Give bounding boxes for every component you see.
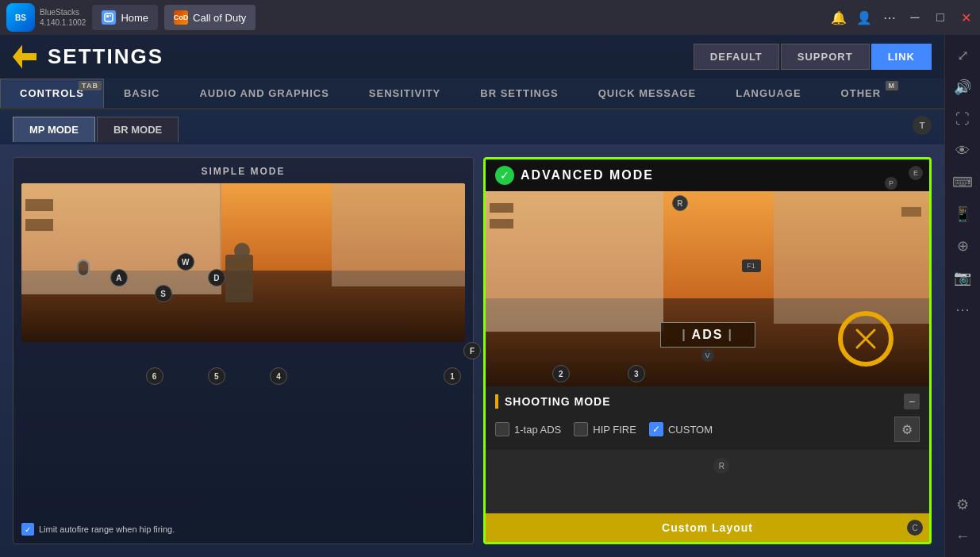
main-area: SETTINGS DEFAULT SUPPORT LINK CONTROLS T… [0, 35, 944, 557]
ads-bar: ADS [660, 322, 755, 348]
tab-bar: CONTROLS Tab BASIC AUDIO AND GRAPHICS SE… [0, 79, 944, 109]
link-button[interactable]: LINK [871, 44, 932, 70]
key-badge-6: 6 [146, 367, 163, 385]
home-tab-label: Home [121, 12, 148, 24]
label-hip-fire: HIP FIRE [593, 424, 636, 436]
sidebar-right: ⤢ 🔊 ⛶ 👁 ⌨ 📱 ⊕ 📷 ⋯ ⚙ ← [944, 35, 980, 557]
key-badge-4: 4 [270, 367, 287, 385]
minimize-button[interactable]: ─ [907, 10, 923, 25]
adv-key-2: 2 [552, 365, 570, 382]
shooting-options: 1-tap ADS HIP FIRE ✓ CUSTOM ⚙ [495, 417, 920, 442]
back-icon[interactable]: ← [948, 522, 977, 551]
custom-layout-button[interactable]: Custom Layout C [486, 513, 929, 542]
expand-icon[interactable]: ⤢ [948, 41, 977, 70]
title-bar: BS BlueStacks 4.140.1.1002 Home CoD Call… [0, 0, 980, 35]
settings-arrow-icon [13, 45, 37, 69]
close-button[interactable]: ✕ [958, 10, 974, 25]
key-badge-5: 5 [208, 367, 225, 385]
add-media-icon[interactable]: ⊕ [948, 232, 977, 260]
home-tab-icon [102, 10, 116, 25]
autofire-checkbox-area[interactable]: ✓ Limit autofire range when hip firing. [21, 523, 175, 536]
restore-button[interactable]: □ [932, 10, 948, 25]
advanced-game-preview: ADS V F1 2 3 R [486, 191, 929, 386]
sub-tab-bar: MP MODE BR MODE T [0, 109, 944, 144]
tab-other-badge: M [886, 81, 899, 90]
sub-tab-br-mode[interactable]: BR MODE [97, 117, 179, 142]
p-badge: P [885, 177, 897, 190]
account-button[interactable]: 👤 [856, 10, 872, 25]
tab-controls[interactable]: CONTROLS Tab [0, 79, 104, 108]
shooting-mode-area: SHOOTING MODE − 1-tap ADS HIP FIRE ✓ CUS… [486, 386, 929, 450]
key-badge-w: W [177, 253, 194, 271]
tab-quick-message[interactable]: QUICK MESSAGE [578, 79, 717, 108]
advanced-mode-panel: ✓ ADVANCED MODE P E [483, 157, 932, 544]
autofire-checkbox[interactable]: ✓ [21, 523, 34, 536]
notifications-button[interactable]: 🔔 [831, 10, 847, 25]
advanced-mode-header: ✓ ADVANCED MODE P E [486, 159, 929, 191]
option-1tap-ads[interactable]: 1-tap ADS [495, 422, 561, 436]
camera-icon[interactable]: 📷 [948, 263, 977, 292]
support-button[interactable]: SUPPORT [781, 44, 870, 70]
f1-badge: F1 [742, 259, 761, 272]
settings-gear-button[interactable]: ⚙ [894, 417, 920, 442]
tab-basic[interactable]: BASIC [104, 79, 179, 108]
default-button[interactable]: DEFAULT [694, 44, 779, 70]
tab-br-settings[interactable]: BR SETTINGS [460, 79, 578, 108]
svg-rect-2 [110, 15, 111, 17]
keyboard-icon[interactable]: ⌨ [948, 168, 977, 197]
checkbox-hip-fire[interactable] [574, 422, 588, 436]
window-controls: 🔔 👤 ⋯ ─ □ ✕ [831, 10, 974, 25]
settings-header: SETTINGS DEFAULT SUPPORT LINK [0, 35, 944, 79]
volume-icon[interactable]: 🔊 [948, 73, 977, 102]
shooting-mode-title: SHOOTING MODE [505, 395, 611, 408]
bluestacks-logo: BS [6, 3, 35, 32]
phone-icon[interactable]: 📱 [948, 200, 977, 229]
sub-tab-mp-mode[interactable]: MP MODE [13, 117, 95, 142]
shooting-mode-header: SHOOTING MODE − [495, 394, 920, 409]
settings-logo: SETTINGS [13, 44, 163, 69]
custom-layout-label: Custom Layout [662, 521, 753, 534]
checkbox-custom[interactable]: ✓ [649, 422, 663, 436]
e-badge: E [909, 166, 923, 180]
header-buttons: DEFAULT SUPPORT LINK [694, 44, 932, 70]
option-custom[interactable]: ✓ CUSTOM [649, 422, 713, 436]
option-hip-fire[interactable]: HIP FIRE [574, 422, 636, 436]
fullscreen-icon[interactable]: ⛶ [948, 105, 977, 133]
bottom-preview-area: R [486, 450, 929, 513]
v-badge: V [701, 349, 714, 362]
label-custom: CUSTOM [668, 424, 713, 436]
tab-other[interactable]: OTHER M [821, 79, 901, 108]
advanced-mode-title: ADVANCED MODE [521, 168, 654, 182]
c-badge: C [907, 520, 923, 536]
simple-mode-preview: W A D S [21, 183, 465, 342]
settings-title: SETTINGS [48, 44, 163, 69]
sub-tab-t-badge: T [913, 116, 932, 135]
app-version: BlueStacks 4.140.1.1002 [40, 7, 86, 28]
more-icon[interactable]: ⋯ [948, 295, 977, 324]
menu-button[interactable]: ⋯ [882, 10, 897, 25]
tab-language[interactable]: LANGUAGE [716, 79, 821, 108]
simple-mode-panel: SIMPLE MODE W A [13, 157, 474, 544]
game-tab[interactable]: CoD Call of Duty [164, 5, 256, 30]
tab-controls-badge: Tab [79, 81, 102, 90]
r-badge: R [672, 195, 688, 211]
key-badge-d: D [208, 269, 225, 286]
svg-rect-1 [106, 15, 109, 17]
r-bottom-badge: R [713, 458, 729, 474]
checkbox-1tap-ads[interactable] [495, 422, 509, 436]
simple-mode-title: SIMPLE MODE [21, 166, 465, 177]
eye-icon[interactable]: 👁 [948, 136, 977, 165]
tab-sensitivity[interactable]: SENSITIVITY [349, 79, 460, 108]
autofire-label: Limit autofire range when hip firing. [39, 524, 175, 534]
game-tab-label: Call of Duty [193, 12, 246, 24]
advanced-check-icon: ✓ [495, 166, 514, 185]
collapse-button[interactable]: − [904, 394, 920, 409]
adv-key-3: 3 [628, 365, 645, 382]
mouse-icon [77, 259, 90, 277]
tab-audio-graphics[interactable]: AUDIO AND GRAPHICS [179, 79, 348, 108]
content-area: SIMPLE MODE W A [0, 144, 944, 557]
home-tab[interactable]: Home [92, 5, 158, 30]
game-tab-icon: CoD [174, 10, 188, 25]
settings-icon[interactable]: ⚙ [948, 490, 977, 519]
key-badge-s: S [155, 285, 172, 302]
